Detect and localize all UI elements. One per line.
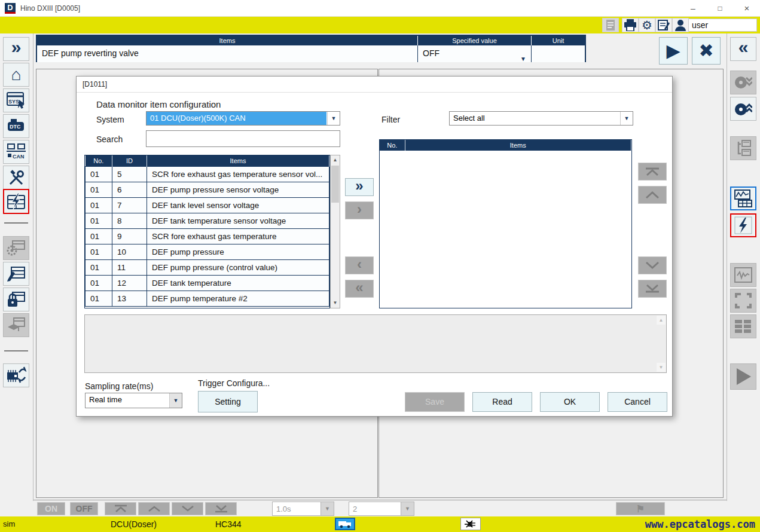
table-cell[interactable]: 6 — [112, 182, 147, 197]
add-one-button-disabled: › — [345, 201, 374, 219]
protected-data-button[interactable] — [3, 288, 29, 311]
col-items: Items — [147, 155, 329, 166]
scroll-up-arrow[interactable]: ▲ — [331, 155, 340, 165]
user-button[interactable] — [672, 18, 689, 32]
add-all-button[interactable]: » — [345, 178, 374, 196]
row-up-button-disabled — [138, 502, 170, 515]
table-cell[interactable]: 7 — [112, 197, 147, 213]
specified-value-dropdown[interactable]: OFF ▼ — [418, 45, 532, 62]
left-sidebar-divider — [33, 33, 33, 501]
table-cell[interactable]: DEF tank temperature — [147, 275, 329, 291]
monitor-table-header: Items Specified value Unit — [37, 36, 585, 45]
chevron-left-icon: ‹ — [357, 257, 362, 271]
graph-view-button-selected[interactable] — [730, 186, 756, 210]
print-button[interactable] — [622, 18, 639, 32]
collapse-panel-button[interactable]: « — [730, 37, 756, 61]
table-cell[interactable]: 01 — [86, 197, 112, 213]
home-icon: ⌂ — [11, 66, 22, 83]
table-row[interactable]: 017DEF tank level sensor voltage — [86, 197, 329, 213]
system-value: 01 DCU(Doser)(500K) CAN — [146, 112, 326, 125]
sidebar-divider — [4, 350, 28, 351]
table-cell[interactable]: DEF pump pressure (control value) — [147, 259, 329, 275]
system-dropdown[interactable]: 01 DCU(Doser)(500K) CAN ▼ — [146, 111, 340, 126]
table-row[interactable]: 0112DEF tank temperature — [86, 275, 329, 291]
table-cell[interactable]: 01 — [86, 213, 112, 228]
table-cell[interactable]: 01 — [86, 244, 112, 259]
edit-list-button[interactable] — [3, 262, 29, 286]
notes-button[interactable] — [655, 18, 672, 32]
cancel-button[interactable]: Cancel — [608, 392, 667, 412]
close-button[interactable]: × — [734, 0, 760, 17]
lightning-bolt-icon — [734, 216, 752, 234]
table-cell[interactable]: 01 — [86, 228, 112, 244]
ok-button[interactable]: OK — [540, 392, 600, 412]
ecu-reprogram-button[interactable] — [3, 363, 29, 387]
save-button-disabled: Save — [405, 392, 465, 412]
table-cell[interactable]: 11 — [112, 259, 147, 275]
scrollbar-thumb[interactable] — [331, 166, 339, 203]
table-cell[interactable]: 01 — [86, 166, 112, 182]
table-cell[interactable]: DEF pump pressure — [147, 244, 329, 259]
table-cell[interactable]: 01 — [86, 259, 112, 275]
table-cell[interactable]: 01 — [86, 182, 112, 197]
table-cell[interactable]: SCR fore exhaust gas temperature sensor … — [147, 166, 329, 182]
monitor-item-name: DEF pump reverting valve — [37, 45, 418, 62]
scroll-down-arrow[interactable]: ▼ — [331, 298, 340, 308]
table-cell[interactable]: DEF pump pressure sensor voltage — [147, 182, 329, 197]
table-cell[interactable]: 8 — [112, 213, 147, 228]
data-monitor-button-active[interactable] — [3, 189, 29, 214]
available-table-scrollbar[interactable]: ▲ ▼ — [330, 155, 340, 308]
tools-button[interactable] — [3, 166, 29, 189]
table-row[interactable]: 015SCR fore exhaust gas temperature sens… — [86, 166, 329, 182]
table-cell[interactable]: 01 — [86, 275, 112, 291]
filter-dropdown[interactable]: Select all ▼ — [449, 111, 633, 126]
table-cell[interactable]: DEF tank temperature sensor voltage — [147, 213, 329, 228]
report-button — [602, 18, 619, 32]
maximize-button[interactable]: □ — [707, 0, 733, 17]
trigger-config-label: Trigger Configura... — [198, 378, 270, 388]
save-data-button[interactable] — [730, 97, 756, 121]
table-cell[interactable]: DEF pump temperature #2 — [147, 291, 329, 306]
table-cell[interactable]: SCR fore exhaust gas temperature — [147, 228, 329, 244]
settings-button[interactable]: ⚙ — [639, 18, 655, 32]
table-row[interactable]: 0113DEF pump temperature #2 — [86, 291, 329, 306]
system-name: DCU(Doser) — [111, 519, 157, 529]
header-items: Items — [37, 36, 418, 45]
table-row[interactable]: 018DEF tank temperature sensor voltage — [86, 213, 329, 228]
table-cell[interactable]: 13 — [112, 291, 147, 306]
load-data-button-disabled — [730, 71, 756, 94]
trigger-setting-button[interactable]: Setting — [198, 391, 258, 412]
system-select-button[interactable]: SYS — [3, 88, 29, 112]
user-input[interactable] — [688, 19, 757, 32]
search-input[interactable] — [146, 130, 340, 147]
table-row[interactable]: 0111DEF pump pressure (control value) — [86, 259, 329, 275]
home-button[interactable]: ⌂ — [3, 63, 29, 87]
table-cell[interactable]: 12 — [112, 275, 147, 291]
read-button[interactable]: Read — [472, 392, 532, 412]
stop-close-button[interactable]: ✖ — [692, 37, 721, 65]
double-chevron-left-icon: « — [738, 38, 749, 56]
table-row[interactable]: 0110DEF pump pressure — [86, 244, 329, 259]
table-cell[interactable]: 5 — [112, 166, 147, 182]
expand-menu-button[interactable]: » — [3, 37, 29, 61]
table-cell[interactable]: 9 — [112, 228, 147, 244]
available-items-grid: No. ID Items 015SCR fore exhaust gas tem… — [85, 155, 329, 307]
active-test-button-active[interactable] — [730, 213, 756, 237]
tools-icon — [8, 169, 25, 186]
table-cell[interactable]: 10 — [112, 244, 147, 259]
waveform-icon — [734, 267, 752, 283]
svg-text:DTC: DTC — [10, 124, 21, 130]
minimize-button[interactable]: – — [680, 0, 706, 17]
can-monitor-button[interactable]: CAN — [3, 140, 29, 164]
remove-one-button-disabled: ‹ — [345, 256, 374, 274]
table-row[interactable]: 019SCR fore exhaust gas temperature — [86, 228, 329, 244]
lock-table-icon — [7, 291, 26, 308]
table-row[interactable]: 016DEF pump pressure sensor voltage — [86, 182, 329, 197]
unit-value — [532, 45, 585, 62]
execute-button[interactable]: ▶ — [659, 37, 688, 65]
sampling-rate-dropdown[interactable]: Real time ▼ — [85, 393, 182, 408]
table-cell[interactable]: DEF tank level sensor voltage — [147, 197, 329, 213]
interval-value: 1.0s — [276, 505, 291, 513]
dtc-button[interactable]: DTC — [3, 114, 29, 138]
table-cell[interactable]: 01 — [86, 291, 112, 306]
